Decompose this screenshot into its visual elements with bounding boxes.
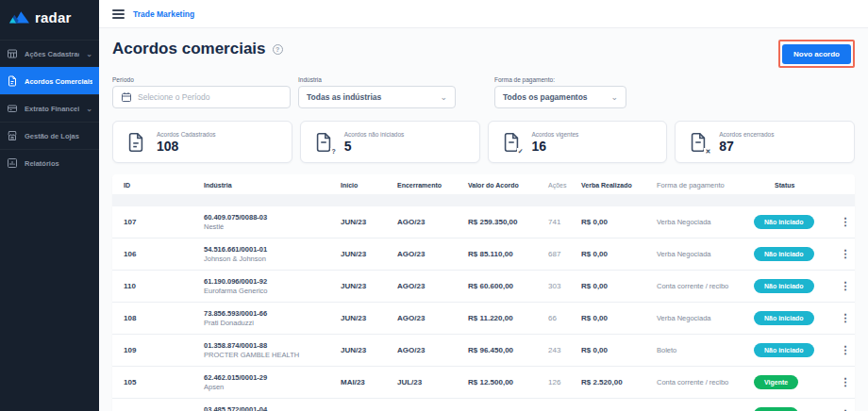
help-icon[interactable]: ? xyxy=(273,44,283,55)
cell-industry: 60.409.075/0088-03Nestlé xyxy=(204,213,341,231)
col-status: Status xyxy=(746,182,836,189)
col-verba: Verba Realizado xyxy=(581,182,657,189)
annotation-highlight-box: Novo acordo xyxy=(778,40,855,68)
card-label: Acordos vigentes xyxy=(532,131,579,138)
cell-payment: Verba Negociada xyxy=(657,218,746,226)
page-title: Acordos comerciais xyxy=(112,40,266,58)
card-acordos-nao-iniciados: ? Acordos não iniciados 5 xyxy=(300,121,480,163)
sidebar-item-label: Ações Cadastradas xyxy=(25,50,79,58)
cell-realized: R$ 0,00 xyxy=(581,314,657,322)
cell-industry: 62.462.015/0001-29Apsen xyxy=(204,373,341,391)
cell-start: MAI/23 xyxy=(341,378,397,386)
industry-select[interactable]: Todas as indústrias ⌄ xyxy=(298,86,456,108)
card-value: 16 xyxy=(532,139,579,154)
col-acoes: Ações xyxy=(548,182,581,189)
kebab-menu-icon[interactable]: ⋮ xyxy=(841,376,851,387)
col-encerramento: Encerramento xyxy=(397,182,468,189)
cell-industry: 61.190.096/0001-92Eurofarma Generico xyxy=(204,277,341,295)
table-row: 110 61.190.096/0001-92Eurofarma Generico… xyxy=(112,271,855,303)
industry-filter-label: Indústria xyxy=(298,76,456,83)
document-icon xyxy=(125,131,146,154)
cell-id: 106 xyxy=(112,250,204,258)
payment-select[interactable]: Todos os pagamentos ⌄ xyxy=(494,86,626,108)
cell-payment: Conta corrente / recibo xyxy=(657,282,746,290)
cell-payment: Verba Negociada xyxy=(657,314,746,322)
card-label: Acordos Cadastrados xyxy=(157,131,216,138)
sidebar-item-acordos-comerciais[interactable]: Acordos Comerciais xyxy=(0,67,99,94)
col-pagamento: Forma de pagamento xyxy=(657,181,746,189)
chevron-down-icon: ⌄ xyxy=(610,92,618,102)
kebab-menu-icon[interactable]: ⋮ xyxy=(841,280,851,291)
topbar: Trade Marketing xyxy=(99,0,868,28)
summary-cards: Acordos Cadastrados 108 ? Acordos não in… xyxy=(112,121,855,163)
card-value: 108 xyxy=(157,139,216,154)
sidebar-item-extrato-financeiro[interactable]: Extrato Financeiro ⌄ xyxy=(0,94,99,122)
kebab-menu-icon[interactable]: ⋮ xyxy=(841,216,851,227)
table-header-strip xyxy=(112,194,855,206)
cell-id: 108 xyxy=(112,314,204,322)
cell-value: R$ 259.350,00 xyxy=(468,218,548,226)
status-badge: Não iniciado xyxy=(754,311,814,325)
cell-value: R$ 60.600,00 xyxy=(468,282,548,290)
cell-start: JUN/23 xyxy=(341,314,397,322)
sidebar: radar Ações Cadastradas ⌄ Acordos Comerc… xyxy=(0,0,99,411)
cell-id: 109 xyxy=(112,346,204,354)
cell-industry: 01.358.874/0001-88PROCTER GAMBLE HEALTH xyxy=(204,341,341,359)
col-id: ID xyxy=(112,182,204,189)
cell-realized: R$ 0,00 xyxy=(581,250,657,258)
cell-actions: 303 xyxy=(548,282,581,290)
period-date-picker[interactable] xyxy=(112,86,291,108)
breadcrumb[interactable]: Trade Marketing xyxy=(133,9,194,19)
cell-realized: R$ 0,00 xyxy=(581,346,657,354)
cell-id: 105 xyxy=(112,378,204,386)
sidebar-nav: Ações Cadastradas ⌄ Acordos Comerciais E… xyxy=(0,40,99,176)
sidebar-item-label: Relatórios xyxy=(25,159,59,168)
col-inicio: Início xyxy=(341,182,397,189)
card-acordos-cadastrados: Acordos Cadastrados 108 xyxy=(112,121,292,163)
hamburger-menu-icon[interactable] xyxy=(112,9,125,19)
sidebar-item-gestao-de-lojas[interactable]: Gestão de Lojas xyxy=(0,122,99,149)
cell-end: AGO/23 xyxy=(397,250,468,258)
col-valor: Valor do Acordo xyxy=(468,182,548,189)
sidebar-item-label: Extrato Financeiro xyxy=(25,105,79,113)
table-row: 108 73.856.593/0001-66Prati Donaduzzi JU… xyxy=(112,303,855,335)
new-agreement-button[interactable]: Novo acordo xyxy=(782,44,851,64)
cell-realized: R$ 0,00 xyxy=(581,218,657,226)
kebab-menu-icon[interactable]: ⋮ xyxy=(841,312,851,323)
cell-start: JUN/23 xyxy=(341,250,397,258)
card-label: Acordos encerrados xyxy=(719,131,774,138)
logo-text: radar xyxy=(35,9,72,25)
cell-value: R$ 12.500,00 xyxy=(468,378,548,386)
payment-filter-label: Forma de pagamento: xyxy=(494,76,626,83)
main-content: Acordos comerciais ? Novo acordo Período xyxy=(99,28,868,411)
card-value: 87 xyxy=(719,139,774,154)
table-row: 106 54.516.661/0001-01Johnson & Johnson … xyxy=(112,238,855,271)
sidebar-item-acoes-cadastradas[interactable]: Ações Cadastradas ⌄ xyxy=(0,40,99,67)
cell-industry: 73.856.593/0001-66Prati Donaduzzi xyxy=(204,309,341,327)
table-icon xyxy=(7,48,18,59)
kebab-menu-icon[interactable]: ⋮ xyxy=(841,344,851,355)
report-icon xyxy=(7,157,18,169)
kebab-menu-icon[interactable]: ⋮ xyxy=(841,248,851,259)
cell-value: R$ 85.110,00 xyxy=(468,250,548,258)
status-badge: Não iniciado xyxy=(754,279,814,293)
cell-value: R$ 96.450,00 xyxy=(468,346,548,354)
sidebar-item-relatorios[interactable]: Relatórios xyxy=(0,149,99,176)
table-row: 107 60.409.075/0088-03Nestlé JUN/23 AGO/… xyxy=(112,206,855,238)
cell-start: JUN/23 xyxy=(341,346,397,354)
table-header: ID Indústria Início Encerramento Valor d… xyxy=(112,174,855,194)
card-value: 5 xyxy=(344,139,405,154)
check-glyph: ✓ xyxy=(517,148,524,155)
cell-end: JUL/23 xyxy=(397,378,468,386)
sidebar-item-label: Acordos Comerciais xyxy=(25,77,92,86)
status-badge: Não iniciado xyxy=(754,215,814,229)
col-industria: Indústria xyxy=(204,182,341,189)
status-badge: Não iniciado xyxy=(754,247,814,261)
cell-end: AGO/23 xyxy=(397,218,468,226)
calendar-icon xyxy=(121,91,132,103)
payment-selected-value: Todos os pagamentos xyxy=(503,92,605,102)
agreements-table: ID Indústria Início Encerramento Valor d… xyxy=(112,174,855,411)
cell-industry: 03.485.572/0001-04Geolab xyxy=(204,405,341,411)
period-input[interactable] xyxy=(138,92,282,102)
period-filter-label: Período xyxy=(112,76,291,83)
